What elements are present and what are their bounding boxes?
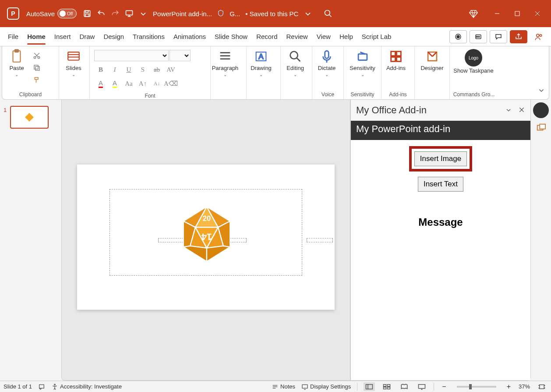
chevron-down-icon: ⌄ — [259, 72, 263, 77]
insert-text-button[interactable]: Insert Text — [418, 177, 463, 192]
text-placeholder[interactable] — [307, 238, 333, 242]
present-button[interactable] — [123, 5, 135, 22]
zoom-level[interactable]: 37% — [519, 383, 530, 390]
display-label: Display Settings — [310, 383, 351, 390]
tab-review[interactable]: Review — [282, 27, 312, 46]
font-color-button[interactable]: A — [94, 78, 107, 89]
qat-more-button[interactable] — [137, 5, 149, 22]
editing-button[interactable]: Editing⌄ — [283, 47, 308, 88]
tab-insert[interactable]: Insert — [50, 27, 75, 46]
svg-marker-47 — [184, 246, 207, 261]
display-settings-button[interactable]: Display Settings — [301, 383, 351, 390]
dictate-label: Dictate — [318, 65, 336, 71]
slideshow-view-button[interactable] — [416, 382, 427, 391]
tab-view[interactable]: View — [312, 27, 335, 46]
designer-button[interactable]: Designer — [417, 47, 448, 88]
tab-record[interactable]: Record — [252, 27, 282, 46]
addin-logo-button[interactable] — [533, 102, 549, 118]
account-button[interactable] — [530, 30, 547, 43]
tab-file[interactable]: File — [4, 27, 23, 46]
paste-button[interactable]: Paste ⌄ — [4, 47, 29, 88]
shadow-button[interactable]: S — [136, 64, 149, 75]
dictate-button[interactable]: Dictate⌄ — [314, 47, 339, 88]
grow-font-button[interactable]: A↑ — [136, 78, 149, 89]
drawing-button[interactable]: A Drawing⌄ — [248, 47, 274, 88]
bold-button[interactable]: B — [94, 64, 107, 75]
reading-view-button[interactable] — [399, 382, 410, 391]
italic-button[interactable]: I — [108, 64, 121, 75]
thumbnail-pane[interactable]: 1 — [0, 100, 61, 381]
sensitivity-button[interactable]: Sensitivity⌄ — [346, 47, 379, 88]
tab-scriptlab[interactable]: Script Lab — [357, 27, 396, 46]
minimize-button[interactable] — [487, 6, 507, 21]
accessibility-button[interactable]: Accessibility: Investigate — [51, 383, 122, 390]
normal-view-button[interactable] — [364, 382, 375, 391]
show-taskpane-button[interactable]: Logo Show Taskpane — [452, 47, 495, 88]
change-case-button[interactable]: Aa — [122, 78, 135, 89]
slide[interactable]: 20 14 — [77, 164, 335, 310]
tab-help[interactable]: Help — [335, 27, 357, 46]
slide-thumbnail[interactable] — [10, 106, 49, 129]
zoom-out-button[interactable]: − — [440, 383, 448, 391]
accessibility-label: Accessibility: Investigate — [60, 383, 122, 390]
zoom-in-button[interactable]: + — [505, 383, 512, 391]
maximize-button[interactable] — [507, 6, 527, 21]
underline-button[interactable]: U — [122, 64, 135, 75]
close-button[interactable] — [527, 6, 547, 21]
font-size-select[interactable] — [170, 50, 191, 61]
tab-transitions[interactable]: Transitions — [128, 27, 169, 46]
slide-count[interactable]: Slide 1 of 1 — [4, 383, 32, 390]
paragraph-button[interactable]: Paragraph⌄ — [212, 47, 238, 88]
tab-home[interactable]: Home — [23, 27, 50, 46]
fit-to-window-button[interactable] — [536, 382, 547, 391]
redo-button[interactable] — [109, 5, 121, 22]
d20-dice-image[interactable]: 20 14 — [180, 206, 234, 262]
strike-button[interactable]: ab — [150, 64, 163, 75]
svg-rect-20 — [35, 66, 39, 70]
taskpane-dropdown-button[interactable] — [505, 105, 512, 116]
highlight-button[interactable]: A — [108, 78, 121, 89]
ribbon-collapse-button[interactable] — [537, 86, 545, 96]
copy-button[interactable] — [30, 62, 43, 74]
notes-label: Notes — [280, 383, 295, 390]
tab-design[interactable]: Design — [99, 27, 128, 46]
premium-icon[interactable] — [469, 9, 478, 18]
format-pane-button[interactable] — [535, 122, 547, 134]
thumbnail-item[interactable]: 1 — [4, 106, 61, 129]
svg-rect-21 — [34, 65, 38, 69]
zoom-slider[interactable] — [457, 386, 496, 388]
undo-button[interactable] — [95, 5, 107, 22]
highlight-box: Insert Image — [409, 146, 473, 172]
format-painter-button[interactable] — [30, 74, 43, 86]
saved-dropdown[interactable] — [302, 5, 314, 22]
font-family-select[interactable] — [94, 50, 169, 61]
tab-slideshow[interactable]: Slide Show — [210, 27, 252, 46]
spacing-button[interactable]: AV — [164, 64, 177, 75]
chevron-down-icon: ⌄ — [72, 72, 75, 77]
camera-record-button[interactable] — [449, 30, 467, 43]
svg-text:14: 14 — [201, 231, 212, 242]
tab-animations[interactable]: Animations — [169, 27, 210, 46]
autosave-toggle[interactable]: AutoSave Off — [26, 9, 77, 18]
saved-status[interactable]: • Saved to this PC — [245, 10, 298, 18]
comments-button[interactable] — [490, 30, 507, 43]
teams-share-button[interactable] — [470, 30, 487, 43]
search-button[interactable] — [315, 9, 341, 18]
shrink-font-button[interactable]: A↓ — [150, 78, 163, 89]
slides-button[interactable]: Slides ⌄ — [61, 47, 86, 88]
slide-canvas[interactable]: 20 14 — [61, 100, 350, 381]
language-button[interactable] — [38, 383, 45, 390]
chevron-down-icon: ⌄ — [223, 72, 227, 77]
notes-button[interactable]: Notes — [272, 383, 295, 390]
toggle-switch[interactable]: Off — [57, 9, 77, 18]
taskpane-close-button[interactable] — [518, 105, 525, 116]
share-button[interactable] — [510, 30, 527, 43]
zoom-knob[interactable] — [469, 384, 472, 389]
save-button[interactable] — [81, 5, 93, 22]
addins-button[interactable]: Add-ins — [383, 47, 409, 88]
tab-draw[interactable]: Draw — [75, 27, 99, 46]
sorter-view-button[interactable] — [381, 382, 392, 391]
cut-button[interactable] — [30, 50, 43, 61]
clear-format-button[interactable]: A⌫ — [164, 78, 177, 89]
insert-image-button[interactable]: Insert Image — [414, 151, 467, 166]
